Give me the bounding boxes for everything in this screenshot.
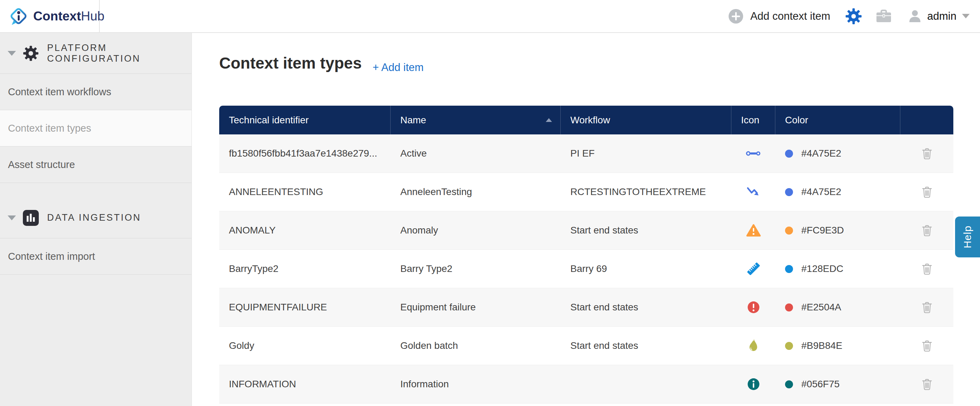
column-header-workflow[interactable]: Workflow	[561, 106, 731, 134]
help-tab-label: Help	[962, 226, 974, 248]
table-row[interactable]: GoldyGolden batchStart end states #B9B84…	[219, 326, 953, 365]
info-circle-icon	[747, 377, 760, 391]
table-row[interactable]: fb1580f56fbb41f3aa7e1438e279...ActivePI …	[219, 134, 953, 172]
cell-color: #056F75	[775, 365, 900, 403]
exclamation-circle-icon	[747, 301, 760, 314]
sidebar-section-data-ingestion[interactable]: DATA INGESTION	[0, 183, 191, 238]
chevron-down-icon	[962, 14, 970, 18]
color-hex-value: #E2504A	[801, 302, 841, 313]
ruler-icon	[746, 261, 761, 276]
chevron-down-icon	[8, 51, 16, 56]
column-header-actions[interactable]	[900, 106, 953, 134]
color-hex-value: #128EDC	[801, 263, 843, 274]
delete-row-button[interactable]	[921, 301, 932, 314]
cell-actions	[900, 134, 953, 172]
table-row[interactable]: ANNELEENTESTINGAnneleenTestingRCTESTINGT…	[219, 172, 953, 211]
cell-name: Information	[391, 365, 561, 403]
cell-color: #4A75E2	[775, 134, 900, 172]
main-content: Context item types + Add item Technical …	[192, 33, 980, 406]
cell-color: #FC9E3D	[775, 211, 900, 249]
column-header-name[interactable]: Name	[391, 106, 561, 134]
cell-workflow: Barry 69	[561, 250, 731, 288]
briefcase-icon[interactable]	[875, 9, 892, 24]
cell-workflow: RCTESTINGTOTHEEXTREME	[561, 173, 731, 211]
cell-actions	[900, 327, 953, 365]
color-hex-value: #FC9E3D	[801, 225, 844, 236]
cell-technical-identifier: fb1580f56fbb41f3aa7e1438e279...	[219, 134, 391, 172]
sidebar: PLATFORM CONFIGURATION Context item work…	[0, 33, 192, 406]
column-header-technical-identifier[interactable]: Technical identifier	[219, 106, 391, 134]
delete-row-button[interactable]	[921, 224, 932, 237]
color-hex-value: #056F75	[801, 379, 840, 390]
cell-icon	[731, 211, 775, 249]
add-item-link[interactable]: + Add item	[372, 61, 423, 74]
cell-icon	[731, 250, 775, 288]
top-bar: ContextHub Add context item	[0, 0, 980, 33]
cell-name: Equipment failure	[391, 288, 561, 326]
cell-icon	[731, 365, 775, 403]
color-swatch-dot	[785, 304, 793, 311]
table-row[interactable]: INFORMATIONInformation #056F75	[219, 365, 953, 403]
bar-chart-icon	[23, 210, 39, 226]
help-tab-button[interactable]: Help	[955, 217, 980, 257]
table-row[interactable]: EQUIPMENTFAILUREEquipment failureStart e…	[219, 288, 953, 326]
color-hex-value: #4A75E2	[801, 148, 841, 159]
cell-actions	[900, 365, 953, 403]
cell-workflow: Start end states	[561, 288, 731, 326]
table-row[interactable]: ANOMALYAnomalyStart end states #FC9E3D	[219, 211, 953, 249]
app-title: ContextHub	[33, 9, 105, 24]
cell-color: #4A75E2	[775, 173, 900, 211]
delete-row-button[interactable]	[921, 339, 932, 352]
page-title: Context item types	[219, 54, 362, 72]
color-swatch-dot	[785, 188, 793, 196]
column-header-color[interactable]: Color	[775, 106, 900, 134]
cell-name: Barry Type2	[391, 250, 561, 288]
sidebar-item-context-item-import[interactable]: Context item import	[0, 238, 191, 275]
sidebar-item-asset-structure[interactable]: Asset structure	[0, 146, 191, 183]
color-swatch-dot	[785, 381, 793, 388]
table-row[interactable]: BarryType2Barry Type2Barry 69 #128EDC	[219, 249, 953, 288]
color-swatch-dot	[785, 226, 793, 234]
delete-row-button[interactable]	[921, 263, 932, 275]
cell-color: #128EDC	[775, 250, 900, 288]
sidebar-item-context-item-types[interactable]: Context item types	[0, 110, 191, 146]
cell-workflow: Start end states	[561, 211, 731, 249]
user-avatar-icon	[908, 10, 922, 23]
user-menu[interactable]: admin	[908, 10, 970, 23]
cell-workflow: Start end states	[561, 327, 731, 365]
sidebar-item-context-item-workflows[interactable]: Context item workflows	[0, 74, 191, 110]
settings-gear-icon[interactable]	[846, 8, 862, 24]
cell-icon	[731, 173, 775, 211]
cell-actions	[900, 173, 953, 211]
key-link-icon	[746, 149, 761, 158]
chevron-down-icon	[8, 215, 16, 220]
cell-workflow	[561, 365, 731, 403]
cell-technical-identifier: BarryType2	[219, 250, 391, 288]
cell-actions	[900, 288, 953, 326]
context-item-types-table: Technical identifierNameWorkflowIconColo…	[219, 106, 953, 406]
cell-technical-identifier: INFORMATION	[219, 365, 391, 403]
flame-icon	[748, 338, 759, 353]
table-body: fb1580f56fbb41f3aa7e1438e279...ActivePI …	[219, 134, 953, 406]
delete-row-button[interactable]	[921, 186, 932, 198]
add-context-item-button[interactable]: Add context item	[728, 9, 830, 24]
delete-row-button[interactable]	[921, 147, 932, 160]
trend-down-icon	[746, 186, 760, 197]
color-hex-value: #4A75E2	[801, 186, 841, 197]
gear-icon	[23, 45, 39, 61]
sort-ascending-icon	[546, 118, 552, 122]
delete-row-button[interactable]	[921, 378, 932, 390]
cell-actions	[900, 211, 953, 249]
cell-color: #B9B84E	[775, 327, 900, 365]
color-hex-value: #B9B84E	[801, 340, 842, 351]
app-logo[interactable]: ContextHub	[0, 0, 100, 32]
cell-icon	[731, 134, 775, 172]
cell-color: #E2504A	[775, 288, 900, 326]
cell-name: Golden batch	[391, 327, 561, 365]
table-row-partial	[219, 403, 953, 406]
plus-circle-icon	[728, 9, 743, 24]
column-header-icon[interactable]: Icon	[731, 106, 775, 134]
cell-technical-identifier: ANOMALY	[219, 211, 391, 249]
cell-technical-identifier: Goldy	[219, 327, 391, 365]
sidebar-section-platform-configuration[interactable]: PLATFORM CONFIGURATION	[0, 33, 191, 74]
